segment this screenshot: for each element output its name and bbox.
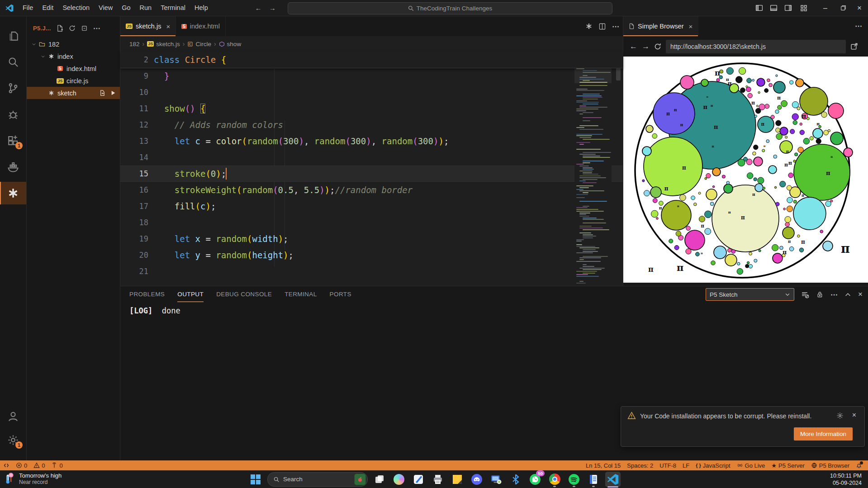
maximize-panel-icon[interactable] bbox=[845, 292, 851, 298]
code-line-21[interactable]: 21 bbox=[120, 263, 623, 280]
activity-extensions[interactable]: 1 bbox=[0, 129, 26, 152]
clear-output-icon[interactable] bbox=[802, 291, 809, 298]
code-line-19[interactable]: 19 let x = random(width); bbox=[120, 231, 623, 247]
taskbar-vscode[interactable] bbox=[605, 472, 621, 487]
tree-item-circle-js[interactable]: JScircle.js bbox=[27, 75, 120, 87]
menu-go[interactable]: Go bbox=[117, 0, 135, 16]
lock-icon[interactable] bbox=[816, 291, 823, 298]
restore-button[interactable] bbox=[840, 5, 846, 11]
breadcrumb-show[interactable]: show bbox=[219, 41, 242, 47]
status-error[interactable]: 0 bbox=[13, 460, 30, 470]
status-bell[interactable] bbox=[853, 460, 865, 470]
taskbar-whatsapp[interactable]: 50 bbox=[527, 472, 543, 487]
code-line-12[interactable]: 12 // Adds random colors bbox=[120, 117, 623, 133]
taskbar-chrome[interactable] bbox=[547, 472, 562, 487]
taskbar-bluetooth[interactable] bbox=[508, 472, 523, 487]
activity-accounts[interactable] bbox=[0, 405, 26, 428]
taskbar-task-view[interactable] bbox=[372, 472, 387, 487]
panel-tab-problems[interactable]: PROBLEMS bbox=[129, 286, 165, 302]
status-braces[interactable]: { }JavaScript bbox=[693, 460, 733, 470]
menu-selection[interactable]: Selection bbox=[58, 0, 94, 16]
breadcrumb-sketch-js[interactable]: JSsketch.js bbox=[147, 41, 180, 47]
tree-item-index[interactable]: index bbox=[27, 50, 120, 62]
customize-layout-icon[interactable] bbox=[800, 5, 807, 12]
status-lf[interactable]: LF bbox=[679, 460, 693, 470]
tree-item-sketch[interactable]: sketch bbox=[27, 87, 120, 99]
browser-forward-icon[interactable]: → bbox=[642, 42, 650, 51]
p5-run-icon[interactable] bbox=[585, 23, 593, 30]
taskbar-system[interactable] bbox=[489, 472, 504, 487]
layout-sidebar-icon[interactable] bbox=[755, 4, 763, 12]
taskbar-copilot[interactable] bbox=[391, 472, 407, 487]
close-panel-icon[interactable]: × bbox=[858, 290, 863, 299]
breadcrumb-Circle[interactable]: Circle bbox=[187, 41, 211, 47]
close-tab-icon[interactable]: × bbox=[689, 23, 693, 30]
editor-more-icon[interactable]: ⋯ bbox=[612, 22, 619, 31]
panel-tab-terminal[interactable]: TERMINAL bbox=[285, 286, 317, 302]
status-golive[interactable]: Go Live bbox=[734, 460, 768, 470]
taskbar-notes[interactable] bbox=[586, 472, 601, 487]
close-window-button[interactable]: × bbox=[857, 4, 862, 13]
status-globe[interactable]: P5 Browser bbox=[808, 460, 853, 470]
status-remote[interactable] bbox=[0, 460, 13, 470]
sticky-scroll-line[interactable]: 2class Circle { bbox=[120, 52, 623, 68]
code-line-15[interactable]: 15 stroke(0); bbox=[120, 166, 623, 182]
status-spaces-2[interactable]: Spaces: 2 bbox=[624, 460, 656, 470]
chevron-down-icon[interactable] bbox=[39, 54, 47, 59]
menu-terminal[interactable]: Terminal bbox=[156, 0, 190, 16]
menu-run[interactable]: Run bbox=[135, 0, 157, 16]
breadcrumb-182[interactable]: 182 bbox=[129, 41, 140, 47]
nav-forward-icon[interactable]: → bbox=[266, 4, 280, 12]
status-ln-15-col-15[interactable]: Ln 15, Col 15 bbox=[583, 460, 624, 470]
taskbar-discord[interactable] bbox=[469, 472, 484, 487]
taskbar-spotify[interactable] bbox=[566, 472, 582, 487]
activity-source-control[interactable] bbox=[0, 77, 26, 99]
more-information-button[interactable]: More Information bbox=[794, 427, 853, 441]
code-line-10[interactable]: 10 bbox=[120, 84, 623, 100]
taskbar-sticky-notes[interactable] bbox=[450, 472, 465, 487]
split-editor-icon[interactable] bbox=[599, 23, 606, 30]
code-line-20[interactable]: 20 let y = random(height); bbox=[120, 247, 623, 263]
panel-tab-ports[interactable]: PORTS bbox=[330, 286, 351, 302]
tree-item-index-html[interactable]: 5index.html bbox=[27, 62, 120, 75]
more-actions-icon[interactable]: ⋯ bbox=[93, 24, 100, 33]
new-file-icon[interactable] bbox=[57, 25, 63, 32]
browser-more-icon[interactable]: ⋯ bbox=[855, 16, 862, 36]
tree-item-182[interactable]: 182 bbox=[27, 38, 120, 50]
activity-run-debug[interactable] bbox=[0, 103, 26, 126]
panel-tab-debug-console[interactable]: DEBUG CONSOLE bbox=[216, 286, 272, 302]
activity-explorer[interactable] bbox=[0, 24, 26, 47]
menu-view[interactable]: View bbox=[94, 0, 117, 16]
output-channel-select[interactable]: P5 Sketch bbox=[706, 288, 794, 301]
taskbar-snipping[interactable] bbox=[411, 472, 426, 487]
url-input[interactable]: http://localhost:3000/182\sketch.js bbox=[666, 40, 846, 53]
minimap[interactable] bbox=[574, 52, 612, 286]
code-line-9[interactable]: 9 } bbox=[120, 68, 623, 84]
status-star[interactable]: ★P5 Server bbox=[768, 460, 807, 470]
activity-p5[interactable] bbox=[0, 182, 26, 204]
activity-settings[interactable]: 1 bbox=[0, 429, 26, 451]
code-line-14[interactable]: 14 bbox=[120, 149, 623, 166]
tab-simple-browser[interactable]: Simple Browser × bbox=[623, 16, 698, 36]
close-tab-icon[interactable]: × bbox=[166, 23, 170, 30]
menu-help[interactable]: Help bbox=[190, 0, 213, 16]
code-editor[interactable]: 2class Circle { 9 }1011 show() {12 // Ad… bbox=[120, 52, 623, 286]
tab-sketch-js[interactable]: JSsketch.js× bbox=[120, 16, 176, 36]
layout-panel-icon[interactable] bbox=[770, 4, 778, 12]
code-line-17[interactable]: 17 fill(c); bbox=[120, 198, 623, 214]
status-warning[interactable]: 0 bbox=[30, 460, 48, 470]
open-external-icon[interactable] bbox=[850, 43, 858, 50]
command-center-search[interactable]: TheCodingTrain Challenges bbox=[288, 2, 612, 14]
taskbar-start[interactable] bbox=[248, 472, 263, 487]
nav-back-icon[interactable]: ← bbox=[251, 4, 266, 12]
activity-docker[interactable] bbox=[0, 156, 26, 178]
panel-more-icon[interactable]: ⋯ bbox=[830, 290, 838, 299]
status-tower[interactable]: 0 bbox=[48, 460, 66, 470]
layout-secondary-sidebar-icon[interactable] bbox=[784, 4, 792, 12]
notification-settings-icon[interactable] bbox=[836, 412, 844, 419]
tab-index-html[interactable]: 5index.html bbox=[176, 16, 226, 36]
menu-file[interactable]: File bbox=[18, 0, 38, 16]
taskbar-search[interactable]: Search bbox=[267, 472, 368, 487]
run-sketch-icon[interactable] bbox=[109, 90, 116, 96]
browser-back-icon[interactable]: ← bbox=[630, 42, 637, 51]
